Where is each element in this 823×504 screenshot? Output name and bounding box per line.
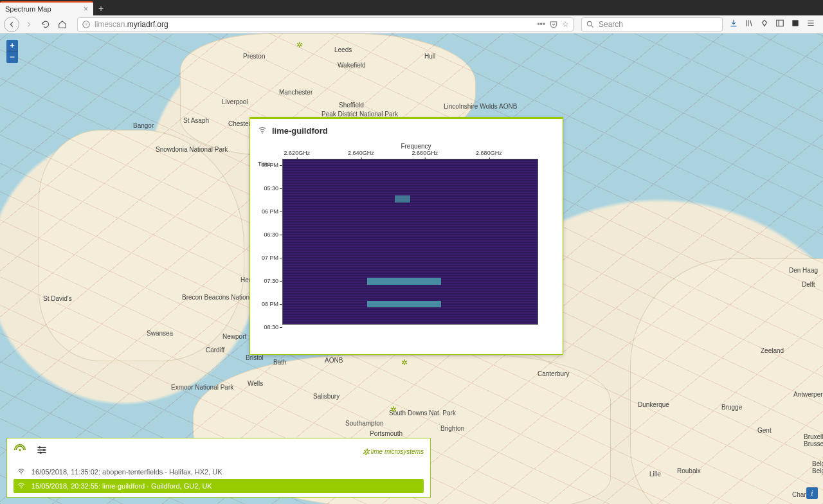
y-tick: 07 PM	[262, 255, 278, 261]
zoom-controls: + −	[6, 40, 18, 63]
station-marker[interactable]: ✲	[296, 40, 305, 50]
svg-point-8	[43, 449, 45, 451]
city-label: Hull	[424, 53, 435, 60]
station-marker[interactable]: ✲	[401, 358, 410, 367]
svg-point-6	[19, 449, 21, 451]
city-label: Roubaix	[677, 467, 701, 474]
city-label: Bruxelles Brussel	[804, 433, 823, 447]
city-label: Gent	[757, 427, 772, 434]
forward-button[interactable]	[22, 17, 36, 32]
city-label: Manchester	[279, 89, 312, 96]
library-icon[interactable]	[745, 19, 754, 30]
city-label: AONB	[325, 357, 343, 364]
city-label: Bangor	[133, 122, 154, 129]
reload-button[interactable]	[39, 17, 53, 32]
browser-tab[interactable]: Spectrum Map ×	[0, 1, 93, 15]
y-axis: 05 PM05:3006 PM06:3007 PM07:3008 PM08:30	[250, 163, 281, 329]
y-tick: 08:30	[264, 324, 278, 330]
reload-icon	[41, 20, 50, 29]
extension-icon[interactable]	[760, 19, 769, 30]
home-icon	[58, 20, 67, 29]
city-label: Exmoor National Park	[171, 384, 233, 391]
popup-title: lime-guildford	[272, 126, 328, 136]
x-tick: 2.640GHz	[348, 150, 374, 156]
info-button[interactable]: i	[806, 487, 818, 499]
pocket-icon[interactable]	[549, 20, 558, 29]
city-label: België / Belgique	[812, 460, 823, 474]
station-row[interactable]: 16/05/2018, 11:35:02: abopen-tenterfield…	[14, 465, 424, 479]
lime-logo: lime microsystems	[362, 447, 424, 457]
y-tick: 05 PM	[262, 162, 278, 168]
city-label: Sheffield	[339, 102, 364, 109]
x-axis: 2.620GHz2.640GHz2.660GHz2.680GHz	[282, 150, 550, 159]
city-label: Cardiff	[206, 346, 224, 354]
city-label: Brighton	[440, 425, 464, 432]
y-tick: 05:30	[264, 185, 278, 192]
svg-point-10	[21, 473, 22, 474]
city-label: Lille	[649, 471, 661, 478]
bookmark-star-icon[interactable]: ☆	[562, 20, 569, 29]
ublock-icon[interactable]	[791, 19, 800, 30]
chart: Frequency 2.620GHz2.640GHz2.660GHz2.680G…	[250, 143, 563, 331]
x-tick: 2.620GHz	[284, 150, 311, 156]
x-tick: 2.680GHz	[476, 150, 502, 156]
wifi-icon	[258, 125, 267, 136]
wifi-icon	[17, 467, 26, 476]
station-popup: lime-guildford Frequency 2.620GHz2.640GH…	[249, 117, 563, 355]
new-tab-button[interactable]: +	[93, 1, 109, 15]
city-label: Preston	[243, 53, 265, 60]
tab-bar: Spectrum Map × +	[0, 0, 823, 15]
city-label: Zeeland	[761, 347, 784, 354]
search-placeholder: Search	[599, 20, 623, 29]
urlbar-actions: ••• ☆	[537, 20, 569, 29]
broadcast-icon[interactable]	[14, 444, 26, 460]
svg-text:i: i	[86, 22, 87, 26]
svg-point-9	[40, 452, 42, 454]
city-label: Dunkerque	[638, 401, 669, 408]
city-label: Swansea	[147, 330, 173, 337]
toolbar-extras	[725, 19, 819, 30]
svg-point-2	[587, 21, 592, 26]
zoom-in-button[interactable]: +	[6, 40, 18, 51]
heatmap-plot	[282, 159, 538, 325]
city-label: Southampton	[345, 420, 384, 427]
menu-icon[interactable]	[806, 19, 815, 30]
page-content: LeedsWakefieldPrestonManchesterLiverpool…	[0, 33, 823, 504]
station-row[interactable]: 15/05/2018, 20:32:55: lime-guildford - G…	[14, 479, 424, 493]
search-icon	[586, 20, 595, 29]
close-tab-icon[interactable]: ×	[84, 4, 88, 14]
svg-point-5	[262, 132, 263, 134]
city-label: Snowdonia National Park	[156, 146, 228, 153]
sidebar-icon[interactable]	[775, 19, 784, 30]
more-icon[interactable]: •••	[537, 20, 545, 29]
station-marker[interactable]: ✲	[390, 405, 399, 414]
station-panel: lime microsystems 16/05/2018, 11:35:02: …	[6, 438, 431, 498]
zoom-out-button[interactable]: −	[6, 51, 18, 63]
arrow-right-icon	[24, 20, 33, 29]
arrow-left-icon	[7, 20, 16, 29]
city-label: Bristol	[246, 354, 264, 361]
settings-icon[interactable]	[35, 444, 48, 460]
city-label: Den Haag	[789, 267, 818, 274]
city-label: St Asaph	[183, 117, 209, 124]
station-row-text: 15/05/2018, 20:32:55: lime-guildford - G…	[32, 482, 212, 490]
back-button[interactable]	[4, 17, 19, 32]
popup-header: lime-guildford	[250, 119, 563, 143]
info-icon: i	[82, 20, 91, 29]
y-tick: 06:30	[264, 231, 278, 238]
station-row-text: 16/05/2018, 11:35:02: abopen-tenterfield…	[32, 468, 222, 476]
svg-point-7	[39, 446, 41, 448]
downloads-icon[interactable]	[729, 19, 738, 30]
city-label: Portsmouth	[370, 430, 402, 437]
home-button[interactable]	[55, 17, 69, 32]
wifi-icon	[17, 482, 26, 491]
search-bar[interactable]: Search	[581, 17, 723, 32]
browser-toolbar: i limescan.myriadrf.org ••• ☆ Search	[0, 15, 823, 33]
svg-rect-3	[777, 20, 784, 26]
city-label: Chester	[228, 120, 251, 127]
city-label: Brugge	[721, 404, 742, 411]
panel-header: lime microsystems	[14, 444, 424, 460]
city-label: Salisbury	[313, 393, 339, 400]
url-bar[interactable]: i limescan.myriadrf.org ••• ☆	[77, 17, 574, 32]
city-label: St David's	[43, 295, 72, 302]
